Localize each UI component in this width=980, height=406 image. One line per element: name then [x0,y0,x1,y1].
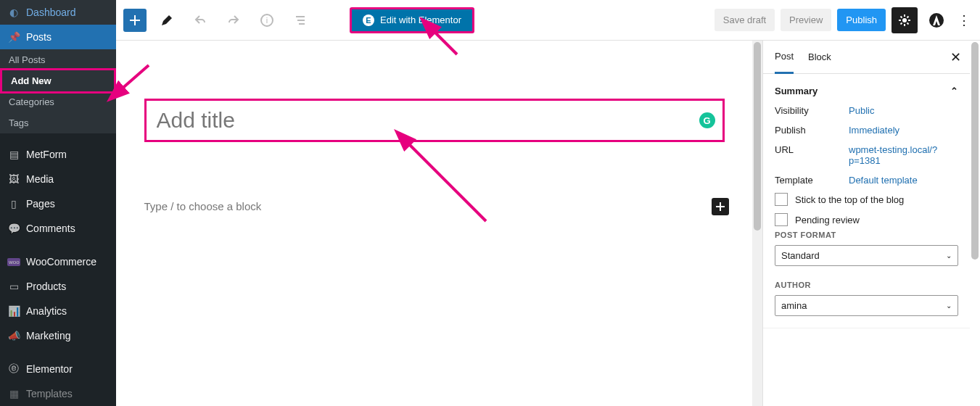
settings-panel: Post Block ✕ Summary ⌃ Visibility Public… [762,41,980,406]
template-label: Template [775,175,840,186]
menu-analytics[interactable]: 📊 Analytics [0,299,116,323]
edit-with-elementor-button[interactable]: E Edit with Elementor [350,7,474,33]
gear-icon [897,13,912,28]
add-block-button[interactable] [123,9,147,32]
astra-button[interactable] [923,7,950,33]
more-options-button[interactable]: ⋮ [955,12,973,28]
post-format-heading: POST FORMAT [775,226,958,239]
url-label: URL [775,144,840,155]
menu-label: MetForm [26,149,67,160]
grammarly-icon[interactable]: G [699,112,715,128]
chevron-down-icon: ⌄ [946,302,952,310]
plus-icon [128,13,142,28]
tab-block[interactable]: Block [808,41,831,72]
summary-label: Summary [775,86,818,96]
stick-top-label: Stick to the top of the blog [795,194,904,205]
close-icon: ✕ [950,50,961,65]
block-prompt-area[interactable]: Type / to choose a block [144,200,725,212]
stick-top-checkbox-row[interactable]: Stick to the top of the blog [775,186,958,206]
publish-value[interactable]: Immediately [849,125,899,136]
megaphone-icon: 📣 [7,330,20,341]
menu-label: Pages [26,198,55,210]
menu-label: Products [26,281,66,292]
publish-label: Publish [775,125,840,136]
menu-label: Analytics [26,305,67,317]
chevron-down-icon: ⌄ [946,252,952,260]
preview-button[interactable]: Preview [781,9,831,31]
kebab-icon: ⋮ [958,13,971,28]
submenu-categories[interactable]: Categories [0,91,116,112]
elementor-icon: ⓔ [7,362,20,376]
menu-media[interactable]: 🖼 Media [0,167,116,191]
editor-topbar: i E Edit with Elementor Save draft Previ… [116,0,980,41]
elementor-button-label: Edit with Elementor [380,14,461,25]
menu-pages[interactable]: ▯ Pages [0,191,116,216]
author-heading: AUTHOR [775,276,958,289]
menu-templates[interactable]: ▦ Templates [0,381,116,406]
menu-label: Posts [26,31,52,43]
block-prompt-text: Type / to choose a block [144,200,262,212]
canvas-scrollbar[interactable] [752,41,762,406]
author-value: amina [781,300,807,311]
settings-scrollbar[interactable] [970,41,980,406]
menu-label: Marketing [26,330,70,341]
close-panel-button[interactable]: ✕ [950,49,961,65]
url-value[interactable]: wpmet-testing.local/?p=1381 [849,144,958,166]
save-draft-button[interactable]: Save draft [715,9,775,31]
pin-icon: 📌 [7,31,20,43]
pencil-icon [160,13,174,28]
pending-review-label: Pending review [795,215,860,225]
undo-button[interactable] [187,7,213,33]
products-icon: ▭ [7,281,20,292]
author-select[interactable]: amina ⌄ [775,295,958,316]
templates-icon: ▦ [7,388,20,399]
menu-label: WooCommerce [26,256,96,268]
info-button[interactable]: i [254,7,280,33]
menu-label: Templates [26,388,73,399]
dashboard-icon: ◐ [7,7,20,18]
post-format-select[interactable]: Standard ⌄ [775,245,958,266]
posts-submenu: All Posts Add New Categories Tags [0,49,116,133]
menu-woocommerce[interactable]: woo WooCommerce [0,249,116,274]
menu-label: Media [26,173,54,185]
menu-dashboard[interactable]: ◐ Dashboard [0,0,116,25]
menu-comments[interactable]: 💬 Comments [0,216,116,241]
submenu-tags[interactable]: Tags [0,112,116,133]
elementor-logo-icon: E [363,14,374,26]
submenu-all-posts[interactable]: All Posts [0,49,116,70]
svg-text:i: i [266,16,268,25]
admin-sidebar: ◐ Dashboard 📌 Posts All Posts Add New Ca… [0,0,116,406]
undo-icon [193,13,207,28]
form-icon: ▤ [7,149,20,160]
checkbox-icon [775,193,788,206]
menu-metform[interactable]: ▤ MetForm [0,142,116,167]
menu-products[interactable]: ▭ Products [0,274,116,299]
editor-canvas: G Type / to choose a block [116,41,762,406]
menu-elementor[interactable]: ⓔ Elementor [0,357,116,381]
tab-post[interactable]: Post [775,41,794,74]
checkbox-icon [775,213,788,226]
plus-icon [715,202,725,212]
woo-icon: woo [7,258,20,266]
add-block-inline-button[interactable] [712,198,729,215]
pending-review-checkbox-row[interactable]: Pending review [775,206,958,226]
publish-button[interactable]: Publish [837,9,886,31]
redo-icon [226,13,241,28]
visibility-value[interactable]: Public [849,105,874,116]
menu-marketing[interactable]: 📣 Marketing [0,323,116,348]
info-icon: i [260,13,274,28]
submenu-add-new[interactable]: Add New [2,70,114,91]
title-highlight-box: G [144,99,725,142]
svg-point-2 [902,18,907,22]
template-value[interactable]: Default template [849,175,918,186]
menu-posts[interactable]: 📌 Posts [0,25,116,49]
redo-button[interactable] [221,7,247,33]
settings-toggle-button[interactable] [892,7,918,33]
post-format-value: Standard [781,250,820,261]
summary-section-header[interactable]: Summary ⌃ [775,86,958,96]
comments-icon: 💬 [7,223,20,234]
astra-icon [928,12,944,28]
post-title-input[interactable] [157,108,712,133]
edit-mode-button[interactable] [154,7,180,33]
outline-button[interactable] [287,7,313,33]
